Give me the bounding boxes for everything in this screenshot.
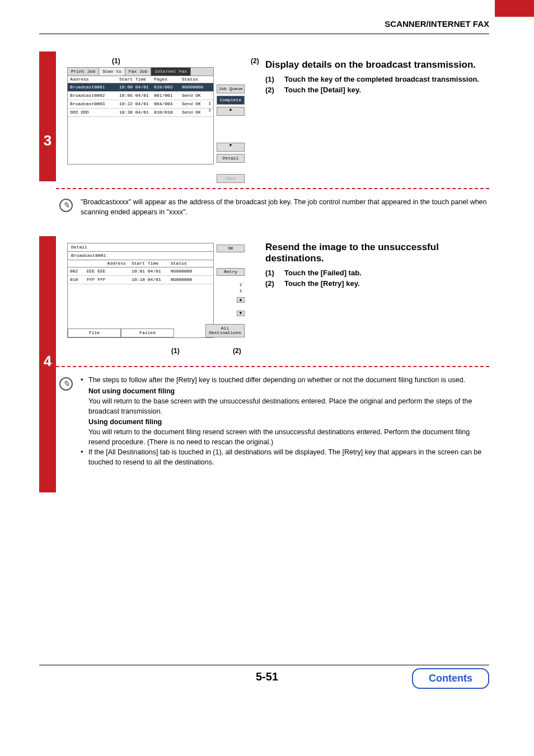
note-line: If the [All Destinations] tab is touched…: [81, 447, 489, 467]
step4-number: 4: [39, 353, 56, 370]
step4-item1-num: (1): [265, 269, 279, 277]
scroll-down-icon[interactable]: ▼: [217, 143, 245, 152]
cell: NG000000: [171, 269, 204, 274]
step3-callout-1: (1): [112, 57, 120, 65]
note-line: The steps to follow after the [Retry] ke…: [81, 375, 489, 385]
col-starttime: Start Time: [119, 77, 154, 82]
scroll-up-icon[interactable]: ▲: [217, 107, 245, 116]
note-icon: ✎: [59, 377, 73, 391]
detail-bottom-tabs: File Failed: [68, 328, 174, 337]
header-rule: [39, 34, 489, 34]
contents-button[interactable]: Contents: [412, 668, 489, 689]
cell: EEE EEE: [87, 269, 132, 274]
broadcast-label: Broadcast0001: [68, 252, 213, 260]
col-status: Status: [171, 261, 204, 266]
job-row-1[interactable]: Broadcast0002 10:05 04/01 001/001 Send O…: [68, 92, 213, 100]
cell: 10:22 04/01: [119, 102, 154, 106]
cell: DDD DDD: [70, 110, 119, 115]
note-line: You will return to the base screen with …: [81, 396, 489, 416]
cell: 10:05 04/01: [119, 93, 154, 98]
note-line: You will return to the document filing r…: [81, 427, 489, 447]
detail-panel: Detail OK Broadcast0001 Address Start Ti…: [67, 243, 214, 338]
col-address: Address: [70, 261, 132, 266]
tab-fax-job[interactable]: Fax Job: [125, 68, 152, 76]
cell: 001/001: [154, 93, 182, 98]
tab-file[interactable]: File: [68, 328, 121, 337]
step3-number: 3: [39, 132, 56, 149]
step3-red-stripe: [39, 51, 56, 181]
detail-button[interactable]: Detail: [217, 154, 245, 163]
retry-button[interactable]: Retry: [217, 268, 245, 276]
step4-callout-1: (1): [171, 347, 180, 355]
col-pages: Pages: [154, 77, 182, 82]
step3-note: "Broadcastxxxx" will appear as the addre…: [81, 197, 489, 217]
step3-item2-num: (2): [265, 86, 279, 94]
step4-item1-text: Touch the [Failed] tab.: [284, 269, 362, 277]
cell: Send OK: [182, 102, 210, 106]
tab-print-job[interactable]: Print Job: [68, 68, 99, 76]
step3-item2-text: Touch the [Detail] key.: [284, 86, 361, 94]
step4-note: The steps to follow after the [Retry] ke…: [81, 375, 489, 468]
note-icon: ✎: [59, 199, 73, 212]
cell: Send OK: [182, 110, 210, 115]
cell: Broadcast0001: [70, 85, 119, 90]
cell: FFF FFF: [87, 278, 132, 282]
step3-callout-2: (2): [251, 57, 259, 65]
side-buttons: Job Queue Complete ▲ ▼ Detail Call: [217, 84, 245, 183]
cell: 010/003: [154, 85, 182, 90]
footer-rule: [39, 665, 489, 665]
col-address: Address: [70, 77, 119, 82]
tab-failed[interactable]: Failed: [121, 328, 174, 337]
scroll-up-icon[interactable]: ▲: [237, 297, 245, 303]
scroll-down-icon[interactable]: ▼: [237, 311, 245, 316]
cell: 010/010: [154, 110, 182, 115]
cell: 004/004: [154, 102, 182, 106]
header-red-bar: [495, 0, 534, 17]
step4-item2-num: (2): [265, 279, 279, 288]
jobstatus-columns: Address Start Time Pages Status: [68, 76, 213, 83]
note-bold: Using document filing: [88, 418, 162, 426]
job-row-2[interactable]: Broadcast0003 10:22 04/01 004/004 Send O…: [68, 100, 213, 109]
cell: 010: [70, 278, 87, 282]
step4-item2-text: Touch the [Retry] key.: [284, 279, 360, 288]
cell: 10:00 04/01: [119, 85, 154, 90]
col-status: Status: [182, 77, 210, 82]
cell: 10:30 04/01: [119, 110, 154, 115]
detail-columns: Address Start Time Status: [68, 260, 213, 267]
detail-row-1[interactable]: 010 FFF FFF 10:10 04/01 NG000000: [68, 276, 213, 284]
cell: Send OK: [182, 93, 210, 98]
cell: Broadcast0002: [70, 93, 119, 98]
call-button[interactable]: Call: [217, 174, 245, 183]
cell: 10:01 04/01: [132, 269, 171, 274]
step4-divider: [56, 366, 489, 367]
step3-item1-text: Touch the key of the completed broadcast…: [284, 75, 479, 83]
cell: Broadcast0003: [70, 102, 119, 106]
jobstatus-panel: Print Job Scan to Fax Job Internet Fax A…: [67, 67, 214, 165]
jobstatus-tabs: Print Job Scan to Fax Job Internet Fax: [68, 68, 213, 76]
tab-internet-fax[interactable]: Internet Fax: [151, 68, 191, 76]
job-queue-button[interactable]: Job Queue: [217, 84, 245, 93]
ok-button[interactable]: OK: [217, 245, 245, 252]
detail-title: Detail: [71, 245, 87, 250]
page-indicator-1: 1: [208, 101, 211, 106]
cell: NG000000: [182, 85, 210, 90]
section-title: SCANNER/INTERNET FAX: [385, 19, 489, 29]
detail-row-0[interactable]: 002 EEE EEE 10:01 04/01 NG000000: [68, 267, 213, 276]
complete-button[interactable]: Complete: [217, 96, 245, 105]
cell: NG000000: [171, 278, 204, 282]
tab-all-destinations[interactable]: All Destinations: [205, 324, 245, 337]
cell: 002: [70, 269, 87, 274]
col-starttime: Start Time: [132, 261, 171, 266]
step3-title: Display details on the broadcast transmi…: [265, 59, 489, 71]
step3-divider: [56, 188, 489, 189]
tab-scan-to[interactable]: Scan to: [99, 68, 125, 76]
page-indicator-2: 1: [208, 108, 211, 112]
step4-title: Resend the image to the unsuccessful des…: [265, 242, 489, 264]
cell: 10:10 04/01: [132, 278, 171, 282]
note-bold: Not using document filing: [88, 387, 175, 395]
job-row-0[interactable]: Broadcast0001 10:00 04/01 010/003 NG0000…: [68, 83, 213, 92]
job-row-3[interactable]: DDD DDD 10:30 04/01 010/010 Send OK: [68, 109, 213, 117]
page-indicator: 11: [237, 281, 245, 294]
step4-callout-2: (2): [233, 347, 241, 355]
step3-item1-num: (1): [265, 75, 279, 83]
